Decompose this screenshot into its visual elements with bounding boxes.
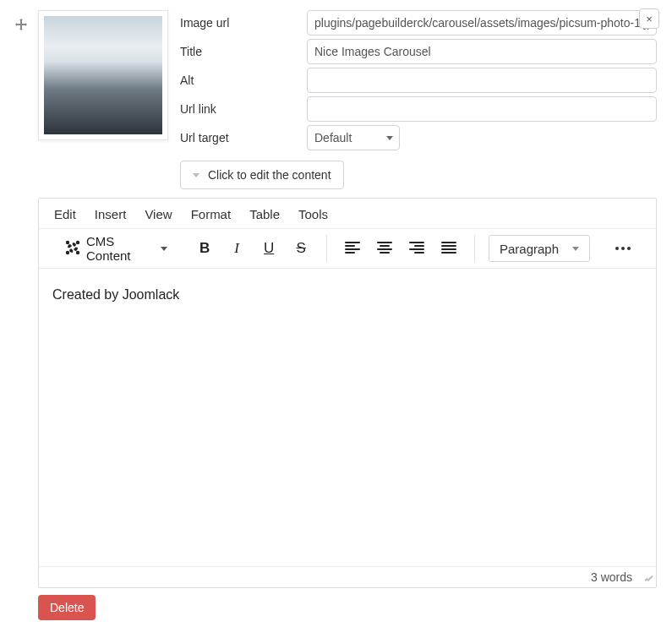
close-button[interactable]: × [639, 8, 659, 29]
editor-menubar: Edit Insert View Format Table Tools [39, 199, 656, 228]
svg-point-3 [76, 250, 79, 254]
editor-statusbar: 3 words [39, 566, 656, 587]
toolbar-separator [474, 235, 475, 262]
chevron-down-icon [161, 247, 167, 251]
paragraph-format-select[interactable]: Paragraph [489, 235, 590, 262]
menu-table[interactable]: Table [249, 207, 280, 221]
toolbar-separator [326, 235, 327, 262]
strikethrough-button[interactable]: S [289, 237, 313, 260]
cms-content-dropdown[interactable]: CMS Content [59, 231, 172, 266]
image-url-input[interactable] [307, 10, 657, 35]
align-justify-button[interactable] [437, 237, 461, 260]
resize-handle-icon[interactable] [639, 572, 649, 582]
svg-point-0 [66, 240, 69, 243]
menu-edit[interactable]: Edit [54, 207, 76, 221]
image-thumbnail[interactable] [38, 10, 168, 140]
image-url-label: Image url [180, 16, 307, 30]
bold-button[interactable]: B [193, 237, 216, 260]
url-target-label: Url target [180, 131, 307, 144]
align-left-button[interactable] [341, 237, 364, 260]
menu-view[interactable]: View [145, 207, 172, 221]
menu-tools[interactable]: Tools [298, 207, 328, 221]
italic-button[interactable]: I [225, 237, 249, 260]
align-center-button[interactable] [373, 237, 396, 260]
svg-point-2 [66, 250, 69, 254]
image-preview [44, 16, 162, 134]
editor-text: Created by Joomlack [52, 287, 179, 302]
align-right-button[interactable] [405, 237, 429, 260]
more-options-button[interactable] [610, 237, 636, 260]
alt-input[interactable] [307, 68, 657, 93]
cms-content-label: CMS Content [86, 234, 156, 263]
paragraph-format-label: Paragraph [500, 242, 559, 256]
word-count: 3 words [591, 570, 632, 584]
url-target-select[interactable]: Default [307, 125, 400, 150]
chevron-down-icon [572, 247, 579, 251]
title-input[interactable] [307, 39, 657, 64]
svg-point-1 [76, 240, 79, 243]
joomla-icon [64, 239, 81, 259]
alt-label: Alt [180, 74, 307, 87]
edit-content-button[interactable]: Click to edit the content [180, 161, 344, 189]
chevron-down-icon [193, 173, 199, 177]
menu-insert[interactable]: Insert [95, 207, 127, 221]
drag-handle-icon[interactable] [15, 19, 27, 34]
menu-format[interactable]: Format [191, 207, 232, 221]
edit-content-label: Click to edit the content [208, 168, 331, 182]
delete-button[interactable]: Delete [38, 595, 96, 620]
rich-text-editor: Edit Insert View Format Table Tools CMS … [38, 198, 657, 588]
underline-button[interactable]: U [257, 237, 281, 260]
editor-toolbar: CMS Content B I U S [39, 228, 656, 269]
url-link-label: Url link [180, 102, 307, 116]
title-label: Title [180, 45, 307, 58]
url-link-input[interactable] [307, 96, 657, 122]
editor-content-area[interactable]: Created by Joomlack [39, 269, 656, 566]
